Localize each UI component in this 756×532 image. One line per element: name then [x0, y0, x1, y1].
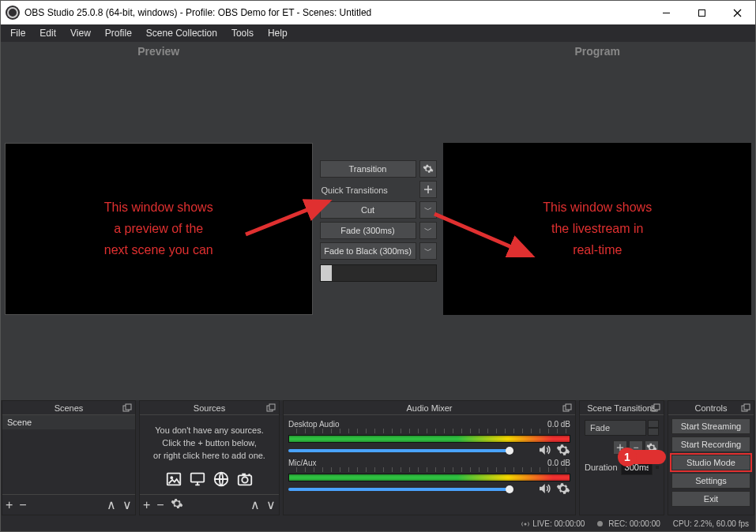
plus-icon [616, 444, 624, 451]
transition-props-button[interactable] [645, 440, 659, 455]
svg-rect-23 [744, 404, 750, 410]
settings-button[interactable]: Settings [671, 473, 750, 489]
svg-point-15 [242, 477, 247, 482]
popout-icon [562, 403, 572, 413]
remove-source-button[interactable]: − [156, 498, 164, 512]
svg-rect-16 [242, 473, 246, 475]
add-quick-transition-button[interactable] [419, 181, 437, 198]
svg-rect-9 [269, 404, 275, 410]
qt-fade-black-dropdown[interactable]: ﹀ [419, 242, 437, 260]
close-button[interactable] [720, 1, 755, 24]
image-icon [165, 470, 182, 488]
mixer-volume-slider[interactable] [288, 483, 532, 494]
mixer-volume-slider[interactable] [288, 444, 532, 455]
program-canvas: This window shows the livestream in real… [443, 143, 751, 315]
controls-popout[interactable] [741, 403, 750, 413]
gear-icon [423, 163, 434, 174]
sources-panel: Sources You don't have any sources. Clic… [139, 400, 280, 515]
chevron-down-icon: ﹀ [424, 225, 432, 236]
transition-select[interactable]: Fade [585, 420, 646, 436]
sources-empty-l1: You don't have any sources. [148, 425, 271, 437]
tbar-slider[interactable] [320, 264, 437, 282]
minimize-button[interactable] [649, 1, 684, 24]
scene-transitions-panel: Scene Transitions Fade [579, 400, 664, 515]
scene-down-button[interactable]: ∨ [122, 497, 132, 512]
transition-settings-button[interactable] [419, 160, 437, 178]
menu-scene-collection[interactable]: Scene Collection [140, 26, 224, 40]
start-recording-button[interactable]: Start Recording [671, 436, 750, 452]
start-streaming-button[interactable]: Start Streaming [671, 418, 750, 434]
remove-transition-button[interactable]: − [629, 440, 643, 455]
gear-icon[interactable] [556, 443, 570, 457]
svg-point-17 [248, 474, 250, 476]
menu-view[interactable]: View [64, 26, 97, 40]
titlebar: OBS Studio 25.0.8 (64-bit, windows) - Pr… [1, 1, 755, 24]
scene-item[interactable]: Scene [2, 415, 135, 429]
statusbar: LIVE: 00:00:00 REC: 00:00:00 CPU: 2.2%, … [1, 515, 755, 531]
monitor-icon [189, 470, 206, 488]
transition-button[interactable]: Transition [320, 160, 416, 178]
globe-icon [213, 470, 230, 488]
preview-title: Preview [137, 45, 179, 58]
annotation-program-text: This window shows the livestream in real… [487, 197, 708, 261]
scene-transitions-popout[interactable] [651, 403, 660, 413]
mixer-track-db: 0.0 dB [547, 459, 570, 467]
mixer-track-mic: Mic/Aux 0.0 dB [288, 459, 570, 496]
menu-edit[interactable]: Edit [33, 26, 62, 40]
menu-tools[interactable]: Tools [225, 26, 260, 40]
source-properties-button[interactable] [171, 497, 183, 513]
tbar-handle[interactable] [321, 265, 332, 281]
qt-fade[interactable]: Fade (300ms) [320, 222, 416, 239]
svg-rect-1 [699, 9, 705, 16]
status-cpu: CPU: 2.2%, 60.00 fps [673, 519, 749, 528]
preview-canvas[interactable]: This window shows a preview of the next … [5, 143, 313, 315]
popout-icon [266, 403, 276, 413]
scenes-panel: Scenes Scene + − ∧ ∨ [2, 400, 136, 515]
sources-title: Sources [194, 403, 225, 413]
qt-cut-dropdown[interactable]: ﹀ [419, 201, 437, 219]
qt-cut[interactable]: Cut [320, 201, 416, 219]
camera-icon [236, 470, 254, 488]
mixer-meter [288, 435, 570, 443]
menu-file[interactable]: File [4, 26, 32, 40]
popout-icon [651, 403, 660, 413]
remove-scene-button[interactable]: − [19, 498, 26, 512]
source-down-button[interactable]: ∨ [266, 497, 276, 512]
gear-icon [646, 442, 657, 453]
speaker-icon[interactable] [537, 443, 551, 457]
menu-help[interactable]: Help [261, 26, 294, 40]
duration-input[interactable] [621, 459, 653, 475]
gear-icon[interactable] [556, 481, 570, 496]
popout-icon [741, 403, 750, 413]
transition-select-down[interactable] [648, 428, 659, 436]
transition-select-up[interactable] [648, 420, 659, 428]
docks-area: Scenes Scene + − ∧ ∨ Sources [1, 400, 755, 515]
scenes-popout-button[interactable] [122, 403, 132, 413]
sources-empty-l2: Click the + button below, [148, 437, 271, 450]
status-live: LIVE: 00:00:00 [521, 519, 585, 528]
mixer-popout-button[interactable] [562, 403, 572, 413]
mixer-title: Audio Mixer [406, 403, 452, 413]
obs-app-icon [6, 6, 20, 20]
duration-down[interactable] [656, 467, 659, 469]
maximize-button[interactable] [684, 1, 720, 24]
record-dot-icon [597, 521, 603, 526]
add-source-button[interactable]: + [143, 498, 150, 512]
scenes-list[interactable]: Scene [2, 415, 135, 494]
studio-mode-button[interactable]: Studio Mode [671, 455, 750, 470]
qt-fade-black[interactable]: Fade to Black (300ms) [320, 242, 416, 260]
speaker-icon[interactable] [537, 481, 551, 496]
svg-point-24 [525, 523, 527, 525]
add-scene-button[interactable]: + [6, 498, 13, 512]
exit-button[interactable]: Exit [671, 491, 750, 507]
scene-up-button[interactable]: ∧ [107, 497, 116, 512]
sources-popout-button[interactable] [266, 403, 276, 413]
program-title: Program [574, 45, 620, 58]
svg-point-11 [170, 476, 173, 479]
menu-profile[interactable]: Profile [99, 26, 138, 40]
qt-fade-dropdown[interactable]: ﹀ [419, 222, 437, 239]
add-transition-button[interactable] [613, 440, 627, 455]
sources-list[interactable]: You don't have any sources. Click the + … [140, 415, 279, 494]
plus-icon [423, 185, 433, 194]
source-up-button[interactable]: ∧ [250, 497, 260, 512]
